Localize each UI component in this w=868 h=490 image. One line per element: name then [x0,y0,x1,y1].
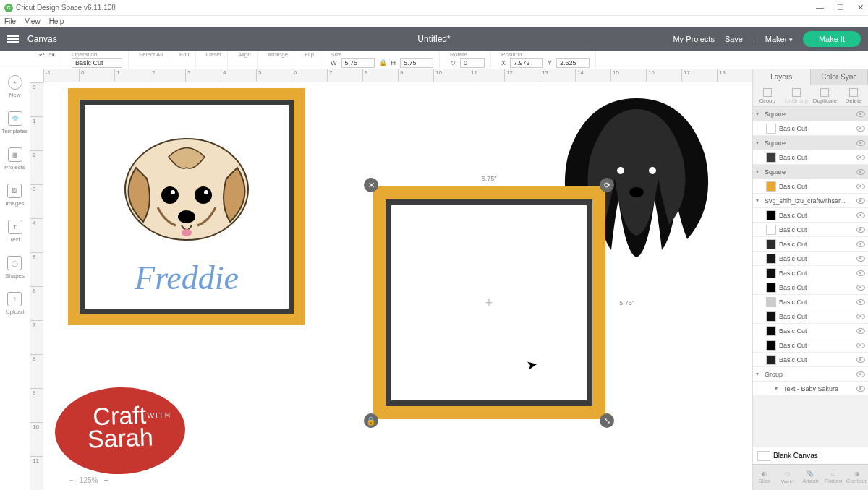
operation-select[interactable]: Basic Cut [72,58,122,68]
design-frame-freddie[interactable]: Freddie [68,88,305,325]
redo-icon[interactable]: ↷ [49,51,55,59]
undo-icon[interactable]: ↶ [39,51,45,59]
machine-selector[interactable]: Maker [765,35,793,43]
layer-group-row[interactable]: ▾Square [753,165,868,179]
layer-row[interactable]: Basic Cut [753,208,868,223]
chevron-down-icon[interactable]: ▾ [756,371,762,377]
rail-new[interactable]: +New [8,75,22,98]
ruler-tick: 16 [646,69,681,82]
chevron-down-icon[interactable]: ▾ [756,197,762,204]
visibility-icon[interactable] [856,343,865,348]
layer-swatch [766,152,776,163]
make-it-button[interactable]: Make It [803,31,861,47]
rail-projects[interactable]: ▦Projects [4,147,25,171]
layer-row[interactable]: Basic Cut [753,266,868,280]
layer-row[interactable]: Basic Cut [753,338,868,353]
layer-row[interactable]: Basic Cut [753,252,868,266]
visibility-icon[interactable] [856,140,865,146]
visibility-icon[interactable] [856,386,865,392]
resize-handle-icon[interactable]: ⤡ [600,413,614,428]
layer-group-row[interactable]: ▾Square [753,136,868,150]
size-w-input[interactable] [341,58,375,68]
position-x-input[interactable] [510,58,543,68]
rail-text[interactable]: TText [8,220,22,243]
layer-row[interactable]: Basic Cut [753,324,868,338]
duplicate-button[interactable]: Duplicate [811,85,840,106]
layer-row[interactable]: Basic Cut [753,179,868,194]
visibility-icon[interactable] [856,270,865,276]
layer-row[interactable]: ▾Text - Baby Sakura [753,382,868,396]
visibility-icon[interactable] [856,371,865,377]
visibility-icon[interactable] [856,155,865,160]
zoom-out-button[interactable]: − [69,476,74,484]
save-link[interactable]: Save [725,35,743,43]
layer-row[interactable]: Basic Cut [753,295,868,309]
tab-color-sync[interactable]: Color Sync [811,69,869,85]
ungroup-button[interactable]: UnGroup [782,85,811,106]
lock-handle-icon[interactable]: 🔒 [364,413,378,428]
layer-row[interactable]: Basic Cut [753,121,868,136]
visibility-icon[interactable] [856,184,865,189]
slice-button[interactable]: ◐Slice [753,465,776,490]
window-minimize-icon[interactable]: — [816,3,824,12]
position-y-input[interactable] [556,58,590,68]
menu-help[interactable]: Help [49,17,64,25]
visibility-icon[interactable] [856,256,865,262]
chevron-down-icon[interactable]: ▾ [756,139,762,146]
delete-button[interactable]: Delete [839,85,868,106]
layer-group-row[interactable]: ▾Square [753,107,868,121]
visibility-icon[interactable] [856,299,865,305]
window-close-icon[interactable]: ✕ [857,3,864,12]
visibility-icon[interactable] [856,314,865,319]
group-button[interactable]: Group [753,85,782,106]
artboard[interactable]: Freddie 5.75" 5.75" + ✕ ⟳ 🔒 [43,82,752,490]
chevron-down-icon[interactable]: ▾ [756,111,762,117]
grid-icon: ▦ [8,147,22,162]
blank-canvas-row[interactable]: Blank Canvas [753,447,868,464]
zoom-in-button[interactable]: + [103,476,108,484]
chevron-down-icon[interactable]: ▾ [756,168,762,175]
visibility-icon[interactable] [856,328,865,334]
lock-icon[interactable]: 🔒 [379,59,387,66]
hamburger-icon[interactable] [7,35,19,43]
layer-row[interactable]: Basic Cut [753,223,868,237]
chevron-down-icon[interactable]: ▾ [775,385,780,392]
menu-file[interactable]: File [4,17,16,25]
menu-view[interactable]: View [25,17,41,25]
layer-row[interactable]: Basic Cut [753,309,868,324]
visibility-icon[interactable] [856,126,865,132]
attach-button[interactable]: 📎Attach [799,465,822,490]
rail-images[interactable]: 🖼Images [5,184,24,207]
size-h-input[interactable] [400,58,433,68]
rail-templates[interactable]: 👕Templates [1,111,27,134]
visibility-icon[interactable] [856,285,865,291]
layer-group-row[interactable]: ▾Group [753,367,868,382]
visibility-icon[interactable] [856,198,865,204]
layer-tree[interactable]: ▾SquareBasic Cut▾SquareBasic Cut▾SquareB… [753,107,868,447]
layer-row[interactable]: Basic Cut [753,353,868,367]
selected-object[interactable]: 5.75" 5.75" + ✕ ⟳ 🔒 ⤡ [373,186,605,419]
visibility-icon[interactable] [856,227,865,233]
rotate-handle-icon[interactable]: ⟳ [600,178,614,192]
layer-group-row[interactable]: ▾Svg_shih_tzu_craftwithsar... [753,194,868,208]
window-maximize-icon[interactable]: ☐ [837,3,844,12]
layer-row[interactable]: Basic Cut [753,280,868,295]
rail-upload[interactable]: ⇪Upload [6,292,24,315]
canvas-area[interactable]: -10123456789101112131415161718 012345678… [30,69,752,490]
flatten-button[interactable]: ▭Flatten [822,465,845,490]
rail-shapes[interactable]: ◯Shapes [5,256,25,279]
layer-row[interactable]: Basic Cut [753,150,868,165]
my-projects-link[interactable]: My Projects [673,35,714,43]
visibility-icon[interactable] [856,241,865,247]
weld-button[interactable]: ⬭Weld [776,465,799,490]
layer-row[interactable]: Basic Cut [753,237,868,252]
visibility-icon[interactable] [856,169,865,175]
delete-handle-icon[interactable]: ✕ [364,178,378,192]
visibility-icon[interactable] [856,111,865,117]
contour-button[interactable]: ◑Contour [845,465,868,490]
visibility-icon[interactable] [856,212,865,218]
watermark-badge: Craft Sarah WITH [54,385,187,476]
visibility-icon[interactable] [856,357,865,363]
rotate-input[interactable] [460,58,485,68]
tab-layers[interactable]: Layers [753,69,811,85]
